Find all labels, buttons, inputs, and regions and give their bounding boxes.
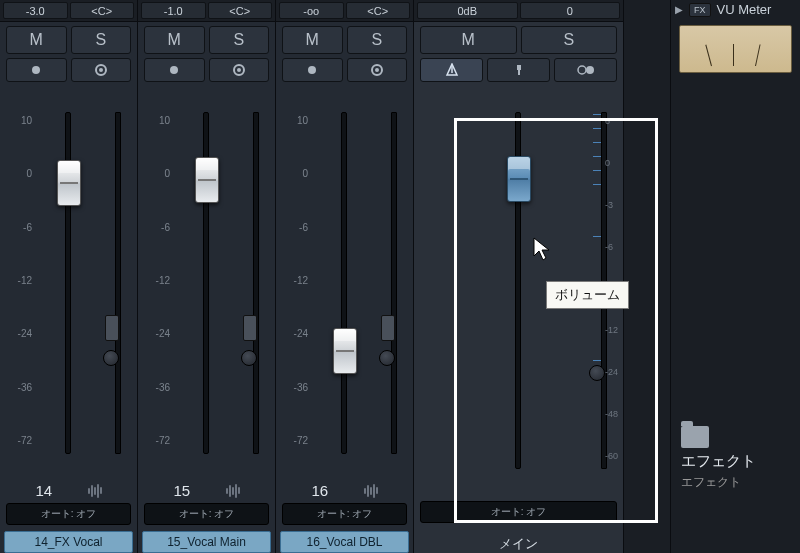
svg-rect-10: [517, 65, 521, 70]
solo-button[interactable]: S: [347, 26, 408, 54]
monitor-icon[interactable]: [347, 58, 408, 82]
monitor-icon[interactable]: [209, 58, 270, 82]
pan-knob[interactable]: [103, 350, 119, 366]
gain-value[interactable]: -oo: [279, 2, 344, 19]
phase-icon[interactable]: [487, 58, 550, 82]
disclosure-triangle-icon[interactable]: ▶: [675, 4, 683, 15]
fader-scale: 100-6-12-24-36-72: [146, 116, 170, 446]
record-icon[interactable]: [282, 58, 343, 82]
channel-strip: -1.0<C>MS100-6-12-24-36-7215オート: オフ15_Vo…: [138, 0, 276, 553]
pan-value[interactable]: <C>: [346, 2, 411, 19]
folder-icon[interactable]: [681, 426, 709, 448]
mute-button[interactable]: M: [6, 26, 67, 54]
channel-name[interactable]: 14_FX Vocal: [4, 531, 133, 553]
record-icon[interactable]: [6, 58, 67, 82]
effects-subtitle: エフェクト: [681, 474, 790, 491]
mute-button[interactable]: M: [420, 26, 517, 54]
channel-number: 16: [311, 482, 328, 499]
fader-handle[interactable]: [333, 328, 357, 374]
automation-mode[interactable]: オート: オフ: [6, 503, 131, 525]
gain-value[interactable]: 0dB: [417, 2, 518, 19]
svg-point-0: [32, 66, 40, 74]
channel-strip: -oo<C>MS100-6-12-24-36-7216オート: オフ16_Voc…: [276, 0, 414, 553]
automation-mode[interactable]: オート: オフ: [144, 503, 269, 525]
automation-mode[interactable]: オート: オフ: [420, 501, 617, 523]
svg-point-3: [170, 66, 178, 74]
svg-point-12: [578, 66, 586, 74]
pan-knob[interactable]: [379, 350, 395, 366]
plugin-label: VU Meter: [717, 2, 772, 17]
mute-button[interactable]: M: [144, 26, 205, 54]
meter-indicator: [105, 315, 119, 341]
record-icon[interactable]: [144, 58, 205, 82]
monitor-icon[interactable]: [71, 58, 132, 82]
channel-number: 14: [35, 482, 52, 499]
main-label: メイン: [414, 525, 623, 553]
level-meter: [253, 112, 259, 454]
vu-meter-preview[interactable]: [679, 25, 792, 73]
fx-badge: FX: [689, 3, 711, 17]
svg-point-5: [237, 68, 241, 72]
automation-mode[interactable]: オート: オフ: [282, 503, 407, 525]
metronome-icon[interactable]: [420, 58, 483, 82]
solo-button[interactable]: S: [521, 26, 618, 54]
fader-handle[interactable]: [195, 157, 219, 203]
pan-value[interactable]: 0: [520, 2, 621, 19]
pan-value[interactable]: <C>: [70, 2, 135, 19]
svg-point-6: [308, 66, 316, 74]
waveform-icon[interactable]: [88, 484, 102, 498]
svg-point-2: [99, 68, 103, 72]
gain-value[interactable]: -3.0: [3, 2, 68, 19]
pan-value[interactable]: <C>: [208, 2, 273, 19]
solo-button[interactable]: S: [71, 26, 132, 54]
waveform-icon[interactable]: [226, 484, 240, 498]
fader-track[interactable]: [341, 112, 347, 454]
main-channel: 0dB0MS60-3-6-9-12-24-48-60オート: オフメイン: [414, 0, 624, 553]
meter-indicator: [243, 315, 257, 341]
fader-handle[interactable]: [507, 156, 531, 202]
meter-scale: 60-3-6-9-12-24-48-60: [605, 116, 621, 461]
meter-indicator: [381, 315, 395, 341]
channel-name[interactable]: 16_Vocal DBL: [280, 531, 409, 553]
fader-scale: 100-6-12-24-36-72: [8, 116, 32, 446]
solo-button[interactable]: S: [209, 26, 270, 54]
mono-toggle-icon[interactable]: [554, 58, 617, 82]
channel-number: 15: [173, 482, 190, 499]
svg-point-13: [586, 66, 594, 74]
svg-point-8: [375, 68, 379, 72]
fader-handle[interactable]: [57, 160, 81, 206]
effects-title: エフェクト: [681, 452, 790, 471]
gain-value[interactable]: -1.0: [141, 2, 206, 19]
pan-knob[interactable]: [589, 365, 605, 381]
pan-knob[interactable]: [241, 350, 257, 366]
mute-button[interactable]: M: [282, 26, 343, 54]
level-meter: [391, 112, 397, 454]
fader-scale: 100-6-12-24-36-72: [284, 116, 308, 446]
channel-name[interactable]: 15_Vocal Main: [142, 531, 271, 553]
level-meter: [115, 112, 121, 454]
channel-strip: -3.0<C>MS100-6-12-24-36-7214オート: オフ14_FX…: [0, 0, 138, 553]
waveform-icon[interactable]: [364, 484, 378, 498]
